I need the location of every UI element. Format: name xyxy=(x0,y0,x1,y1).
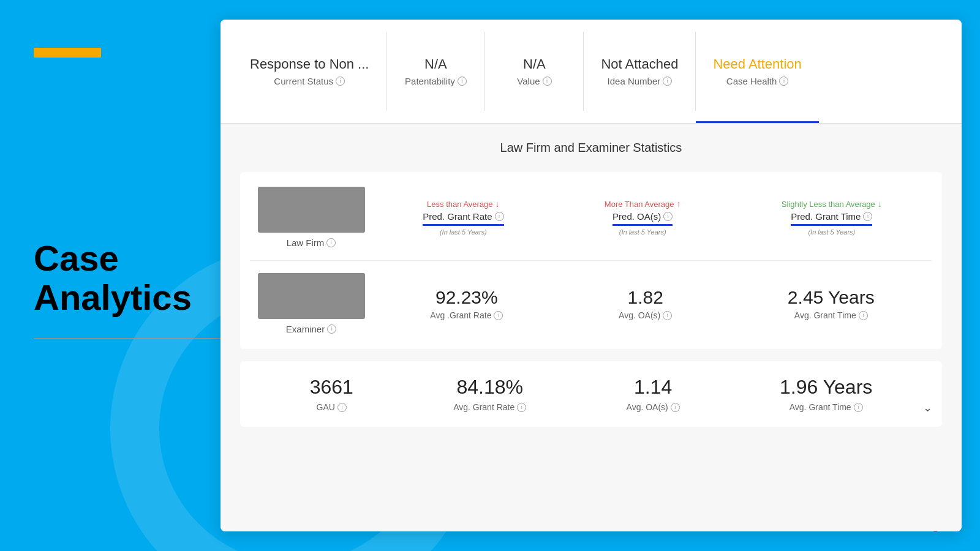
gau-grant-time-value: 1.96 Years xyxy=(780,376,872,399)
tab-value[interactable]: N/A Value i xyxy=(485,20,583,123)
pred-grant-rate-info-icon[interactable]: i xyxy=(495,212,504,221)
tab-health-main-label: Need Attention xyxy=(713,56,801,72)
tab-patentability-sub-label: Patentability i xyxy=(405,76,467,86)
gau-grant-time-info-icon[interactable]: i xyxy=(854,403,863,412)
tab-response-info-icon[interactable]: i xyxy=(336,77,345,86)
law-firm-metric-3-sublabel: (In last 5 Years) xyxy=(808,228,855,236)
law-firm-metric-3-value-block: Pred. Grant Time i (In last 5 Years) xyxy=(791,211,872,236)
tab-patentability-main-label: N/A xyxy=(424,56,447,72)
title-divider xyxy=(34,338,224,339)
tab-value-info-icon[interactable]: i xyxy=(543,77,552,86)
trend-arrow-down-red-1: ↓ xyxy=(496,199,500,209)
examiner-metric-2-label: Avg. OA(s) i xyxy=(619,310,672,320)
main-panel: Response to Non ... Current Status i N/A… xyxy=(221,20,962,531)
gau-metric-1: 3661 GAU i xyxy=(310,376,353,412)
examiner-metric-3-value: 2.45 Years xyxy=(788,287,875,308)
law-firm-info-icon[interactable]: i xyxy=(326,238,336,247)
examiner-metric-1: 92.23% Avg .Grant Rate i xyxy=(430,287,503,320)
law-firm-metric-2-sublabel: (In last 5 Years) xyxy=(619,228,666,236)
law-firm-stats-card: Law Firm i Less than Average ↓ Pred. xyxy=(240,172,942,349)
gau-grant-rate-info-icon[interactable]: i xyxy=(517,403,526,412)
tab-value-sub-label: Value i xyxy=(517,76,551,86)
gau-info-icon[interactable]: i xyxy=(337,403,347,412)
tab-response-sub-label: Current Status i xyxy=(274,76,345,86)
orange-accent-bar xyxy=(34,48,101,58)
gau-value: 3661 xyxy=(310,376,353,399)
law-firm-metric-1: Less than Average ↓ Pred. Grant Rate i (… xyxy=(423,199,503,236)
law-firm-entity: Law Firm i xyxy=(250,187,372,248)
examiner-label: Examiner i xyxy=(286,324,336,334)
title-line1: Case xyxy=(34,238,119,278)
law-firm-metric-2-trend: More Than Average ↑ xyxy=(605,199,681,209)
tab-health[interactable]: Need Attention Case Health i xyxy=(696,20,818,123)
examiner-row: Examiner i 92.23% Avg .Grant Rate i 1.82 xyxy=(250,273,932,334)
content-area: Law Firm and Examiner Statistics Law Fir… xyxy=(221,124,962,531)
tab-health-sub-label: Case Health i xyxy=(726,76,789,86)
gau-stats-row: 3661 GAU i 84.18% Avg. Grant Rate i 1.14… xyxy=(240,361,942,427)
law-firm-metric-2-value-block: Pred. OA(s) i (In last 5 Years) xyxy=(612,211,673,236)
law-firm-metric-3: Slightly Less than Average ↓ Pred. Grant… xyxy=(782,199,882,236)
gau-label: GAU i xyxy=(317,402,347,412)
metric-3-underline xyxy=(791,224,872,226)
tab-patentability[interactable]: N/A Patentability i xyxy=(386,20,484,123)
tab-idea-info-icon[interactable]: i xyxy=(663,77,672,86)
gau-oas-info-icon[interactable]: i xyxy=(671,403,680,412)
examiner-metric-1-label: Avg .Grant Rate i xyxy=(430,310,503,320)
law-firm-metric-2: More Than Average ↑ Pred. OA(s) i (In la… xyxy=(605,199,681,236)
examiner-metrics: 92.23% Avg .Grant Rate i 1.82 Avg. OA(s)… xyxy=(372,287,932,320)
avg-grant-rate-info-icon[interactable]: i xyxy=(494,311,503,320)
law-firm-label: Law Firm i xyxy=(287,238,336,248)
avg-grant-time-info-icon[interactable]: i xyxy=(859,311,868,320)
trend-arrow-up-red-2: ↑ xyxy=(677,199,681,209)
gau-grant-rate-value: 84.18% xyxy=(456,376,523,399)
examiner-metric-1-value: 92.23% xyxy=(435,287,498,308)
tab-response[interactable]: Response to Non ... Current Status i xyxy=(233,20,386,123)
section-title: Law Firm and Examiner Statistics xyxy=(240,141,942,155)
law-firm-row: Law Firm i Less than Average ↓ Pred. xyxy=(250,187,932,248)
gau-oas-label: Avg. OA(s) i xyxy=(627,402,680,412)
law-firm-metric-1-value-block: Pred. Grant Rate i (In last 5 Years) xyxy=(423,211,503,236)
tab-patentability-info-icon[interactable]: i xyxy=(458,77,467,86)
metric-1-underline xyxy=(423,224,503,226)
examiner-entity: Examiner i xyxy=(250,273,372,334)
examiner-metric-2-value: 1.82 xyxy=(627,287,663,308)
gau-metric-3: 1.14 Avg. OA(s) i xyxy=(627,376,680,412)
tab-idea-sub-label: Idea Number i xyxy=(608,76,673,86)
row-divider xyxy=(250,260,932,261)
metric-2-underline xyxy=(612,224,673,226)
law-firm-metric-1-sublabel: (In last 5 Years) xyxy=(440,228,487,236)
tab-idea[interactable]: Not Attached Idea Number i xyxy=(584,20,695,123)
page-title: Case Analytics xyxy=(34,239,192,317)
law-firm-metric-1-label: Pred. Grant Rate i xyxy=(423,211,503,222)
tab-idea-main-label: Not Attached xyxy=(601,56,678,72)
examiner-logo-placeholder xyxy=(258,273,365,319)
pred-oas-info-icon[interactable]: i xyxy=(663,212,673,221)
title-line2: Analytics xyxy=(34,277,192,317)
law-firm-metrics: Less than Average ↓ Pred. Grant Rate i (… xyxy=(372,199,932,236)
gau-grant-rate-label: Avg. Grant Rate i xyxy=(453,402,526,412)
law-firm-logo-placeholder xyxy=(258,187,365,233)
law-firm-metric-3-label: Pred. Grant Time i xyxy=(791,211,872,222)
tab-health-info-icon[interactable]: i xyxy=(779,77,788,86)
tabs-bar: Response to Non ... Current Status i N/A… xyxy=(221,20,962,124)
examiner-info-icon[interactable]: i xyxy=(327,324,336,334)
chevron-down-icon[interactable]: ⌄ xyxy=(923,401,932,414)
examiner-metric-2: 1.82 Avg. OA(s) i xyxy=(619,287,672,320)
gau-metric-2: 84.18% Avg. Grant Rate i xyxy=(453,376,526,412)
tab-response-main-label: Response to Non ... xyxy=(250,56,369,72)
pred-grant-time-info-icon[interactable]: i xyxy=(863,212,872,221)
gau-oas-value: 1.14 xyxy=(634,376,672,399)
trend-arrow-down-green-3: ↓ xyxy=(878,199,882,209)
examiner-metric-3-label: Avg. Grant Time i xyxy=(794,310,868,320)
gau-grant-time-label: Avg. Grant Time i xyxy=(790,402,863,412)
law-firm-metric-3-trend: Slightly Less than Average ↓ xyxy=(782,199,882,209)
law-firm-metric-1-trend: Less than Average ↓ xyxy=(427,199,499,209)
law-firm-metric-2-label: Pred. OA(s) i xyxy=(612,211,673,222)
examiner-metric-3: 2.45 Years Avg. Grant Time i xyxy=(788,287,875,320)
tab-value-main-label: N/A xyxy=(523,56,546,72)
gau-metric-4: 1.96 Years Avg. Grant Time i xyxy=(780,376,872,412)
avg-oas-info-icon[interactable]: i xyxy=(663,311,672,320)
